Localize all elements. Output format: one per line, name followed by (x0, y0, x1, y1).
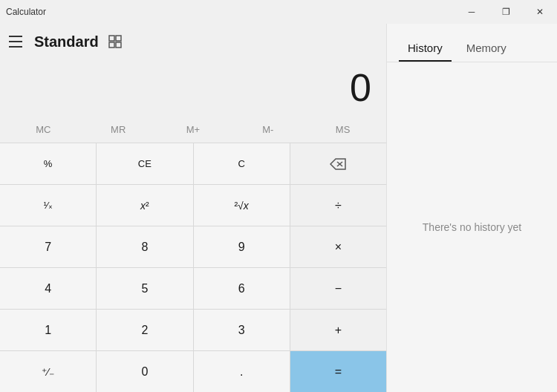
mminus-button[interactable]: M- (230, 117, 305, 141)
mc-button[interactable]: MC (6, 117, 81, 141)
close-button[interactable]: ✕ (523, 0, 557, 24)
titlebar: Calculator ─ ❐ ✕ (0, 0, 557, 24)
five-button[interactable]: 5 (97, 268, 192, 309)
tab-memory[interactable]: Memory (457, 36, 515, 62)
decimal-button[interactable]: . (194, 351, 290, 392)
titlebar-left: Calculator (6, 7, 46, 17)
percent-button[interactable]: % (0, 143, 96, 184)
history-panel: History Memory There's no history yet (386, 24, 557, 392)
zero-button[interactable]: 0 (97, 351, 192, 392)
equals-button[interactable]: = (290, 351, 386, 392)
compact-icon (108, 35, 122, 48)
multiply-button[interactable]: × (290, 226, 386, 267)
seven-button[interactable]: 7 (0, 226, 96, 267)
display-value: 0 (350, 65, 371, 110)
tab-history[interactable]: History (399, 36, 452, 62)
hamburger-menu[interactable] (6, 30, 30, 53)
maximize-button[interactable]: ❐ (489, 0, 523, 24)
add-button[interactable]: + (290, 310, 386, 350)
button-grid: % CE C ¹∕ₓ x² ²√x ÷ 7 8 9 × 4 5 6 (0, 143, 386, 392)
app-title: Calculator (6, 7, 46, 17)
divide-button[interactable]: ÷ (290, 185, 386, 226)
history-empty-message: There's no history yet (423, 221, 521, 233)
ham-line-1 (9, 36, 22, 37)
four-button[interactable]: 4 (0, 268, 96, 309)
calculator-panel: Standard 0 MC MR M+ M- MS % (0, 24, 386, 392)
svg-rect-0 (109, 36, 114, 41)
history-tabs: History Memory (387, 24, 557, 62)
compact-button[interactable] (105, 31, 126, 52)
ham-line-2 (9, 41, 22, 42)
backspace-icon (330, 158, 346, 170)
one-button[interactable]: 1 (0, 310, 96, 350)
reciprocal-button[interactable]: ¹∕ₓ (0, 185, 96, 226)
ham-line-3 (9, 46, 22, 48)
titlebar-controls: ─ ❐ ✕ (455, 0, 557, 24)
backspace-button[interactable] (290, 143, 386, 184)
memory-row: MC MR M+ M- MS (0, 116, 386, 143)
minimize-button[interactable]: ─ (455, 0, 489, 24)
two-button[interactable]: 2 (97, 310, 192, 350)
svg-rect-3 (116, 42, 121, 48)
app-container: Standard 0 MC MR M+ M- MS % (0, 24, 557, 392)
display: 0 (0, 56, 386, 116)
square-button[interactable]: x² (97, 185, 192, 226)
ce-button[interactable]: CE (97, 143, 192, 184)
mplus-button[interactable]: M+ (156, 117, 231, 141)
subtract-button[interactable]: − (290, 268, 386, 309)
history-content: There's no history yet (387, 62, 557, 392)
calc-title: Standard (34, 33, 99, 50)
eight-button[interactable]: 8 (97, 226, 192, 267)
clear-button[interactable]: C (194, 143, 290, 184)
mr-button[interactable]: MR (81, 117, 156, 141)
calc-header: Standard (0, 24, 386, 56)
three-button[interactable]: 3 (194, 310, 290, 350)
svg-rect-1 (116, 36, 121, 41)
six-button[interactable]: 6 (194, 268, 290, 309)
nine-button[interactable]: 9 (194, 226, 290, 267)
sqrt-button[interactable]: ²√x (194, 185, 290, 226)
ms-button[interactable]: MS (305, 117, 380, 141)
negate-button[interactable]: ⁺∕₋ (0, 351, 96, 392)
svg-rect-2 (109, 42, 114, 48)
